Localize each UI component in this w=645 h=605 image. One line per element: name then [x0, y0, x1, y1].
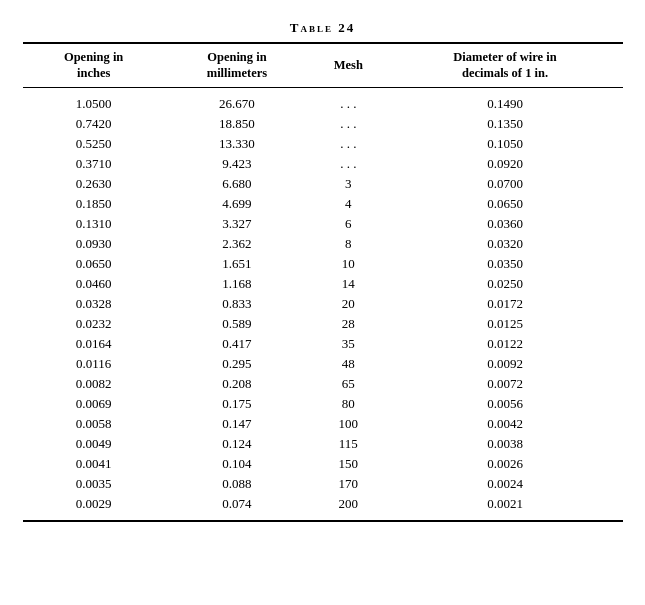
cell-11-1: 0.589 — [165, 314, 309, 334]
cell-5-3: 0.0650 — [388, 194, 623, 214]
cell-17-2: 115 — [309, 434, 387, 454]
cell-6-0: 0.1310 — [23, 214, 165, 234]
cell-5-0: 0.1850 — [23, 194, 165, 214]
cell-16-0: 0.0058 — [23, 414, 165, 434]
cell-14-0: 0.0082 — [23, 374, 165, 394]
cell-12-0: 0.0164 — [23, 334, 165, 354]
cell-5-1: 4.699 — [165, 194, 309, 214]
cell-8-1: 1.651 — [165, 254, 309, 274]
data-table: Opening ininches Opening inmillimeters M… — [23, 42, 623, 522]
cell-18-2: 150 — [309, 454, 387, 474]
cell-5-2: 4 — [309, 194, 387, 214]
cell-14-2: 65 — [309, 374, 387, 394]
table-row: 0.37109.423. . .0.0920 — [23, 154, 623, 174]
cell-7-3: 0.0320 — [388, 234, 623, 254]
col-header-opening-mm: Opening inmillimeters — [165, 43, 309, 87]
cell-6-1: 3.327 — [165, 214, 309, 234]
cell-19-2: 170 — [309, 474, 387, 494]
cell-9-3: 0.0250 — [388, 274, 623, 294]
cell-19-1: 0.088 — [165, 474, 309, 494]
table-row: 0.01640.417350.0122 — [23, 334, 623, 354]
table-title: Table 24 — [23, 20, 623, 36]
cell-1-2: . . . — [309, 114, 387, 134]
cell-9-0: 0.0460 — [23, 274, 165, 294]
cell-14-1: 0.208 — [165, 374, 309, 394]
cell-2-3: 0.1050 — [388, 134, 623, 154]
cell-17-0: 0.0049 — [23, 434, 165, 454]
cell-4-0: 0.2630 — [23, 174, 165, 194]
cell-18-0: 0.0041 — [23, 454, 165, 474]
cell-20-2: 200 — [309, 494, 387, 521]
cell-6-3: 0.0360 — [388, 214, 623, 234]
table-row: 0.742018.850. . .0.1350 — [23, 114, 623, 134]
cell-3-3: 0.0920 — [388, 154, 623, 174]
cell-19-0: 0.0035 — [23, 474, 165, 494]
table-row: 0.00350.0881700.0024 — [23, 474, 623, 494]
cell-7-0: 0.0930 — [23, 234, 165, 254]
cell-11-0: 0.0232 — [23, 314, 165, 334]
cell-1-0: 0.7420 — [23, 114, 165, 134]
cell-1-3: 0.1350 — [388, 114, 623, 134]
cell-15-2: 80 — [309, 394, 387, 414]
cell-17-1: 0.124 — [165, 434, 309, 454]
cell-2-0: 0.5250 — [23, 134, 165, 154]
cell-12-3: 0.0122 — [388, 334, 623, 354]
cell-15-3: 0.0056 — [388, 394, 623, 414]
cell-9-1: 1.168 — [165, 274, 309, 294]
cell-12-1: 0.417 — [165, 334, 309, 354]
col-header-opening-inches: Opening ininches — [23, 43, 165, 87]
cell-15-0: 0.0069 — [23, 394, 165, 414]
cell-3-1: 9.423 — [165, 154, 309, 174]
table-row: 0.525013.330. . .0.1050 — [23, 134, 623, 154]
cell-2-1: 13.330 — [165, 134, 309, 154]
cell-13-2: 48 — [309, 354, 387, 374]
cell-14-3: 0.0072 — [388, 374, 623, 394]
cell-3-2: . . . — [309, 154, 387, 174]
cell-16-3: 0.0042 — [388, 414, 623, 434]
cell-16-2: 100 — [309, 414, 387, 434]
cell-4-2: 3 — [309, 174, 387, 194]
cell-6-2: 6 — [309, 214, 387, 234]
cell-0-0: 1.0500 — [23, 87, 165, 114]
cell-8-2: 10 — [309, 254, 387, 274]
table-wrapper: Table 24 Opening ininches Opening inmill… — [23, 20, 623, 522]
table-row: 0.03280.833200.0172 — [23, 294, 623, 314]
col-header-diameter: Diameter of wire indecimals of 1 in. — [388, 43, 623, 87]
cell-16-1: 0.147 — [165, 414, 309, 434]
cell-13-3: 0.0092 — [388, 354, 623, 374]
cell-2-2: . . . — [309, 134, 387, 154]
cell-10-2: 20 — [309, 294, 387, 314]
cell-13-0: 0.0116 — [23, 354, 165, 374]
cell-17-3: 0.0038 — [388, 434, 623, 454]
cell-18-1: 0.104 — [165, 454, 309, 474]
cell-12-2: 35 — [309, 334, 387, 354]
col-header-mesh: Mesh — [309, 43, 387, 87]
cell-9-2: 14 — [309, 274, 387, 294]
table-row: 0.04601.168140.0250 — [23, 274, 623, 294]
cell-10-3: 0.0172 — [388, 294, 623, 314]
cell-20-3: 0.0021 — [388, 494, 623, 521]
cell-10-0: 0.0328 — [23, 294, 165, 314]
cell-11-3: 0.0125 — [388, 314, 623, 334]
table-row: 0.00410.1041500.0026 — [23, 454, 623, 474]
cell-19-3: 0.0024 — [388, 474, 623, 494]
table-row: 0.18504.69940.0650 — [23, 194, 623, 214]
table-row: 1.050026.670. . .0.1490 — [23, 87, 623, 114]
table-row: 0.00490.1241150.0038 — [23, 434, 623, 454]
cell-4-1: 6.680 — [165, 174, 309, 194]
cell-8-0: 0.0650 — [23, 254, 165, 274]
cell-0-3: 0.1490 — [388, 87, 623, 114]
cell-3-0: 0.3710 — [23, 154, 165, 174]
table-row: 0.02320.589280.0125 — [23, 314, 623, 334]
table-row: 0.26306.68030.0700 — [23, 174, 623, 194]
cell-4-3: 0.0700 — [388, 174, 623, 194]
header-row: Opening ininches Opening inmillimeters M… — [23, 43, 623, 87]
table-row: 0.00690.175800.0056 — [23, 394, 623, 414]
table-row: 0.00580.1471000.0042 — [23, 414, 623, 434]
table-row: 0.00820.208650.0072 — [23, 374, 623, 394]
cell-7-2: 8 — [309, 234, 387, 254]
cell-10-1: 0.833 — [165, 294, 309, 314]
cell-18-3: 0.0026 — [388, 454, 623, 474]
table-row: 0.06501.651100.0350 — [23, 254, 623, 274]
cell-8-3: 0.0350 — [388, 254, 623, 274]
